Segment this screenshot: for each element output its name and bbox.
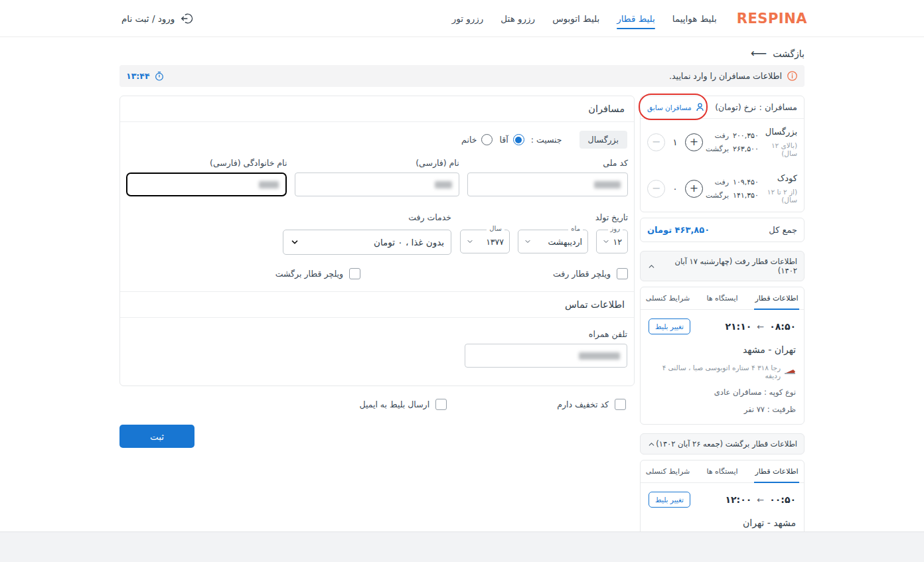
adult-rate-row: بزرگسال (بالای ۱۲ سال) رفت ۲۰۰,۳۵۰ برگشت… — [641, 119, 804, 165]
outbound-tab-stations[interactable]: ایستگاه ها — [695, 287, 749, 309]
total-value: ۴۶۳,۸۵۰ تومان — [647, 225, 710, 235]
chevron-up-icon — [647, 440, 656, 449]
wheelchair-return-checkbox[interactable] — [349, 268, 360, 279]
passengers-label: مسافران : — [759, 102, 797, 112]
email-ticket-checkbox[interactable] — [435, 399, 447, 410]
arrow-left-icon: ← — [757, 495, 764, 505]
wheelchair-return-option[interactable]: ویلچر قطار برگشت — [275, 268, 360, 279]
raja-train-logo-icon — [784, 368, 796, 375]
outbound-tab-cancellation[interactable]: شرایط کنسلی — [641, 287, 695, 309]
adult-outbound-label: رفت — [715, 131, 729, 140]
chevron-down-icon — [602, 238, 610, 246]
outbound-change-ticket-button[interactable]: تغییر بلیط — [649, 318, 690, 334]
login-signup-button[interactable]: ورود / ثبت نام — [121, 12, 193, 25]
masked-value — [594, 181, 621, 188]
outbound-arrival-time: ۲۱:۱۰ — [726, 321, 752, 332]
adult-count: ۱ — [672, 137, 678, 147]
info-icon — [787, 70, 798, 82]
child-count: ۰ — [672, 184, 678, 194]
previous-passengers-button[interactable]: مسافران سابق — [647, 102, 706, 113]
nav-tour-reserve[interactable]: رزرو تور — [452, 9, 484, 28]
year-label: سال — [487, 225, 504, 232]
return-tab-stations[interactable]: ایستگاه ها — [695, 460, 749, 482]
birth-year-select[interactable]: سال ۱۳۷۷ — [460, 230, 510, 253]
total-label: جمع کل — [769, 225, 797, 235]
wheelchair-outbound-checkbox[interactable] — [617, 268, 628, 279]
rate-label: نرخ (تومان) — [715, 102, 756, 112]
topbar: RESPINA بلیط هواپیما بلیط قطار بلیط اتوب… — [0, 0, 924, 37]
services-value: بدون غذا ، ۰ تومان — [374, 237, 444, 247]
masked-value — [435, 181, 452, 188]
birth-month-select[interactable]: ماه اردیبهشت — [518, 230, 588, 253]
return-change-ticket-button[interactable]: تغییر بلیط — [649, 492, 690, 508]
child-age-range: (از ۲ تا ۱۲ سال) — [759, 188, 797, 204]
adult-decrement-button[interactable]: − — [647, 133, 665, 151]
discount-code-checkbox[interactable] — [615, 399, 626, 410]
nav-flight-ticket[interactable]: بلیط هواپیما — [672, 9, 717, 28]
child-outbound-label: رفت — [715, 178, 729, 186]
wheelchair-outbound-option[interactable]: ویلچر قطار رفت — [553, 268, 628, 279]
chevron-down-icon — [290, 238, 299, 247]
child-decrement-button[interactable]: − — [647, 180, 665, 198]
timer-value: ۱۳:۴۴ — [126, 71, 150, 81]
month-label: ماه — [568, 225, 583, 232]
return-tab-cancellation[interactable]: شرایط کنسلی — [641, 460, 695, 482]
wheelchair-return-label: ویلچر قطار برگشت — [275, 269, 343, 279]
child-increment-button[interactable]: + — [685, 180, 703, 198]
child-return-price: ۱۴۱,۳۵۰ — [733, 191, 759, 200]
first-name-input[interactable] — [295, 173, 459, 196]
outbound-train-accordion-header[interactable]: اطلاعات قطار رفت (چهارشنبه ۱۷ آبان ۱۴۰۲) — [640, 251, 805, 281]
gender-male-radio[interactable]: آقا — [499, 134, 524, 145]
outbound-train-header-label: اطلاعات قطار رفت (چهارشنبه ۱۷ آبان ۱۴۰۲) — [656, 257, 797, 275]
outbound-services-label: خدمات رفت — [283, 212, 451, 222]
email-ticket-option[interactable]: ارسال بلیط به ایمیل — [359, 399, 447, 410]
masked-value — [259, 181, 279, 188]
outbound-capacity: ظرفیت : ۷۷ نفر — [649, 405, 796, 414]
email-ticket-label: ارسال بلیط به ایمیل — [359, 399, 429, 409]
gender-male-label: آقا — [499, 135, 508, 145]
nav-bus-ticket[interactable]: بلیط اتوبوس — [552, 9, 599, 28]
contact-section-title: اطلاعات تماس — [120, 292, 634, 318]
arrow-left-icon: ← — [757, 322, 764, 332]
adult-increment-button[interactable]: + — [685, 133, 703, 151]
child-type-label: کودک — [759, 173, 797, 183]
back-arrow-icon: ⟵ — [751, 48, 767, 59]
alert-message: اطلاعات مسافران را وارد نمایید. — [669, 71, 782, 81]
page-footer — [0, 531, 924, 562]
adult-count-stepper: + ۱ − — [647, 133, 703, 151]
passenger-type-badge: بزرگسال — [579, 131, 627, 149]
wheelchair-outbound-label: ویلچر قطار رفت — [553, 269, 611, 279]
national-id-input[interactable] — [467, 173, 628, 196]
person-icon — [694, 102, 706, 113]
phone-input[interactable] — [465, 344, 627, 368]
passenger-form-section: مسافران بزرگسال جنسیت : آقا خانم ک — [119, 96, 635, 448]
month-value: اردیبهشت — [548, 237, 582, 247]
return-train-header-label: اطلاعات قطار برگشت (جمعه ۲۶ آبان ۱۴۰۲) — [656, 439, 797, 449]
last-name-input[interactable] — [126, 173, 287, 196]
login-label: ورود / ثبت نام — [121, 13, 175, 24]
submit-button[interactable]: ثبت — [119, 425, 194, 448]
child-count-stepper: + ۰ − — [647, 180, 703, 198]
outbound-coupe-type: نوع کوپه : مسافران عادی — [649, 387, 796, 397]
day-label: روز — [608, 225, 623, 232]
birth-day-select[interactable]: روز ۱۲ — [596, 230, 628, 253]
radio-selected-icon — [513, 134, 524, 145]
respina-logo: RESPINA — [737, 11, 807, 27]
phone-label: تلفن همراه — [465, 329, 627, 339]
outbound-services-select[interactable]: بدون غذا ، ۰ تومان — [283, 230, 451, 255]
passengers-section-title: مسافران — [120, 96, 634, 122]
return-tab-train-info[interactable]: اطلاعات قطار — [749, 460, 804, 482]
return-train-accordion-header[interactable]: اطلاعات قطار برگشت (جمعه ۲۶ آبان ۱۴۰۲) — [640, 433, 805, 455]
outbound-tab-train-info[interactable]: اطلاعات قطار — [749, 287, 804, 309]
back-link[interactable]: بازگشت ⟵ — [119, 48, 805, 59]
discount-code-option[interactable]: کد تخفیف دارم — [557, 399, 626, 410]
nav-train-ticket[interactable]: بلیط قطار — [617, 9, 655, 28]
rates-card: مسافران : نرخ (تومان) مسافران سابق — [640, 96, 805, 212]
nav-hotel-reserve[interactable]: رزرو هتل — [501, 9, 535, 28]
child-outbound-price: ۱۰۹,۴۵۰ — [733, 178, 759, 186]
adult-outbound-price: ۲۰۰,۳۵۰ — [733, 131, 759, 140]
gender-label: جنسیت : — [531, 135, 562, 145]
gender-female-radio[interactable]: خانم — [461, 134, 493, 145]
last-name-label: نام خانوادگی (فارسی) — [126, 158, 287, 168]
chevron-down-icon — [524, 238, 532, 246]
